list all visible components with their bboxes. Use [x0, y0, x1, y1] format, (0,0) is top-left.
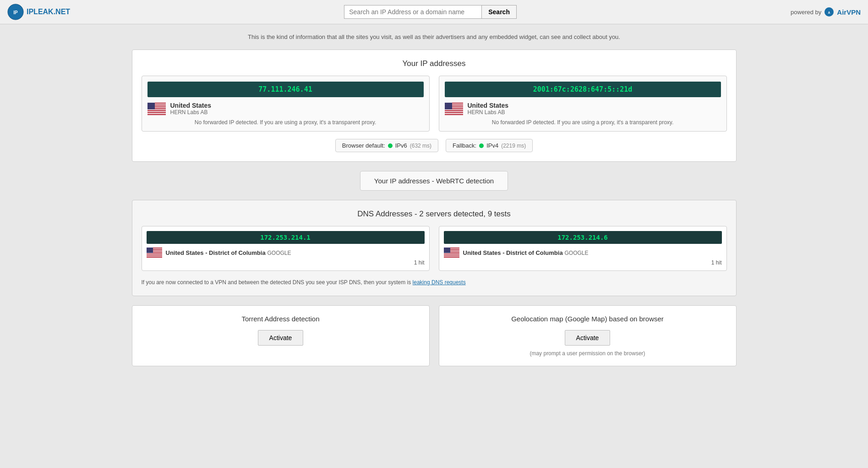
svg-rect-11 — [147, 109, 166, 110]
svg-rect-13 — [147, 111, 166, 112]
svg-rect-30 — [445, 114, 463, 115]
dns-leak-before: If you are now connected to a VPN and be… — [142, 279, 413, 286]
dns2-flag — [444, 248, 459, 258]
browser-default-badge: Browser default: IPv6 (632 ms) — [335, 139, 438, 152]
search-area: Search — [344, 5, 517, 19]
browser-default-ms: (632 ms) — [410, 143, 431, 149]
ipv4-flag — [445, 103, 463, 115]
torrent-card-title: Torrent Address detection — [142, 315, 420, 323]
svg-rect-40 — [147, 254, 162, 255]
svg-rect-29 — [445, 113, 463, 114]
ipv4-green-dot — [479, 143, 484, 148]
svg-rect-12 — [147, 110, 166, 111]
svg-rect-25 — [445, 109, 463, 110]
geolocation-activate-button[interactable]: Activate — [565, 330, 611, 346]
ipv4-card: 2001:67c:2628:647:5::21d — [439, 76, 727, 132]
powered-by-text: powered by — [791, 9, 821, 16]
fallback-label: Fallback: — [453, 142, 476, 149]
dns1-location-info: United States - District of Columbia GOO… — [166, 249, 425, 256]
svg-rect-53 — [444, 253, 459, 254]
svg-rect-55 — [444, 254, 459, 255]
svg-rect-16 — [147, 114, 166, 115]
svg-rect-59 — [444, 248, 450, 253]
ipv4-isp: HERN Labs AB — [468, 109, 508, 116]
dns-card-2: 172.253.214.6 — [439, 226, 727, 271]
svg-rect-56 — [444, 255, 459, 256]
airvpn-icon: A — [824, 7, 834, 17]
geolocation-card: Geolocation map (Google Map) based on br… — [439, 305, 737, 366]
svg-text:A: A — [828, 11, 830, 14]
header: IP IPLEAK.NET Search powered by A AirVPN — [0, 0, 868, 24]
torrent-card: Torrent Address detection Activate — [132, 305, 430, 366]
browser-default-label: Browser default: — [342, 142, 385, 149]
browser-default-protocol: IPv6 — [395, 142, 407, 149]
svg-rect-27 — [445, 111, 463, 112]
dns-card-1: 172.253.214.1 — [142, 226, 430, 271]
dns-section: DNS Addresses - 2 servers detected, 9 te… — [132, 200, 737, 296]
fallback-protocol: IPv4 — [486, 142, 498, 149]
ipv4-note: No forwarded IP detected. If you are usi… — [445, 119, 721, 126]
svg-rect-45 — [147, 248, 153, 253]
dns1-address: 172.253.214.1 — [147, 231, 425, 244]
ipv4-location-info: United States HERN Labs AB — [468, 102, 508, 116]
ip-section-title: Your IP addresses — [142, 59, 727, 68]
geolocation-card-sub: (may prompt a user permission on the bro… — [448, 350, 727, 357]
logo-area: IP IPLEAK.NET — [7, 4, 70, 20]
fallback-badge: Fallback: IPv4 (2219 ms) — [446, 139, 533, 152]
ipv6-location-info: United States HERN Labs AB — [170, 102, 211, 116]
bottom-cards-row: Torrent Address detection Activate Geolo… — [132, 305, 737, 366]
ip-addresses-section: Your IP addresses 77.111.246.41 — [132, 50, 737, 162]
dns1-location-row: United States - District of Columbia GOO… — [147, 248, 425, 258]
svg-rect-58 — [444, 257, 459, 258]
dns-cards-row: 172.253.214.1 — [142, 226, 727, 271]
ipv6-green-dot — [388, 143, 393, 148]
subtitle-text: This is the kind of information that all… — [132, 33, 737, 40]
svg-rect-28 — [445, 112, 463, 113]
ipv4-location-row: United States HERN Labs AB — [445, 102, 721, 116]
dns2-hits: 1 hit — [444, 259, 722, 266]
torrent-activate-button[interactable]: Activate — [258, 330, 304, 346]
dns2-country: United States - District of Columbia — [463, 249, 563, 256]
dns-leak-link[interactable]: leaking DNS requests — [413, 279, 466, 286]
search-button[interactable]: Search — [481, 5, 517, 19]
svg-rect-57 — [444, 256, 459, 257]
search-input[interactable] — [344, 5, 481, 19]
protocol-row: Browser default: IPv6 (632 ms) Fallback:… — [142, 139, 727, 152]
ipv6-card: 77.111.246.41 — [142, 76, 430, 132]
ipv6-note: No forwarded IP detected. If you are usi… — [147, 119, 424, 126]
fallback-ms: (2219 ms) — [501, 143, 526, 149]
svg-text:IP: IP — [13, 10, 18, 15]
dns2-isp: GOOGLE — [565, 250, 589, 256]
svg-rect-43 — [147, 256, 162, 257]
svg-rect-54 — [444, 254, 459, 255]
dns1-hits: 1 hit — [147, 259, 425, 266]
webrtc-button[interactable]: Your IP addresses - WebRTC detection — [360, 171, 508, 191]
svg-rect-26 — [445, 110, 463, 111]
dns2-location-info: United States - District of Columbia GOO… — [463, 249, 722, 256]
ip-cards-row: 77.111.246.41 — [142, 76, 727, 132]
webrtc-button-container: Your IP addresses - WebRTC detection — [132, 171, 737, 191]
ipv6-location-row: United States HERN Labs AB — [147, 102, 424, 116]
svg-rect-31 — [445, 103, 452, 110]
svg-rect-41 — [147, 254, 162, 255]
powered-by-area: powered by A AirVPN — [791, 7, 861, 17]
svg-rect-42 — [147, 255, 162, 256]
dns-leak-text: If you are now connected to a VPN and be… — [142, 278, 727, 286]
airvpn-label: AirVPN — [837, 8, 861, 16]
ipv6-address: 77.111.246.41 — [147, 82, 424, 97]
logo-icon: IP — [7, 4, 24, 20]
svg-rect-14 — [147, 112, 166, 113]
svg-rect-39 — [147, 253, 162, 254]
ipv6-flag — [147, 103, 166, 115]
ipv4-address: 2001:67c:2628:647:5::21d — [445, 82, 721, 97]
main-content: This is the kind of information that all… — [114, 24, 755, 385]
geolocation-card-title: Geolocation map (Google Map) based on br… — [448, 315, 727, 323]
svg-rect-17 — [147, 103, 155, 110]
dns2-location-row: United States - District of Columbia GOO… — [444, 248, 722, 258]
ipv4-country: United States — [468, 102, 508, 109]
dns1-flag — [147, 248, 162, 258]
dns1-country: United States - District of Columbia — [166, 249, 266, 256]
dns2-address: 172.253.214.6 — [444, 231, 722, 244]
ipv6-country: United States — [170, 102, 211, 109]
ipv6-isp: HERN Labs AB — [170, 109, 211, 116]
